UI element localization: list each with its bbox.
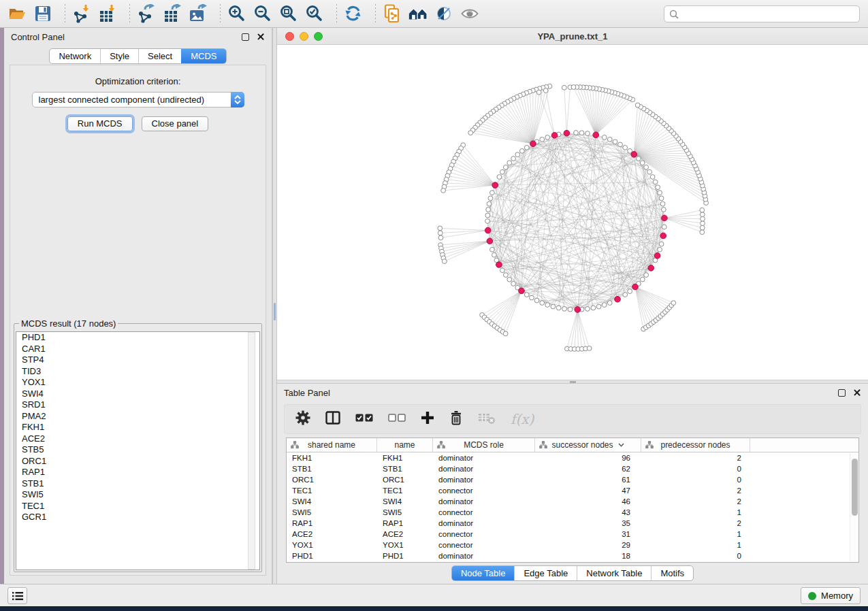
network-node[interactable]	[659, 242, 664, 246]
network-node[interactable]	[656, 185, 660, 190]
network-node[interactable]	[661, 208, 666, 212]
table-row[interactable]: FKH1FKH1dominator962	[287, 452, 858, 463]
mcds-result-item[interactable]: CAR1	[16, 344, 259, 355]
network-node[interactable]	[487, 201, 492, 206]
mcds-result-item[interactable]: TID3	[16, 366, 259, 378]
mcds-result-item[interactable]: PHD1	[16, 332, 259, 344]
network-node[interactable]	[556, 306, 561, 310]
network-node[interactable]	[602, 135, 607, 139]
network-node[interactable]	[653, 180, 658, 184]
new-network-from-selection-button[interactable]	[382, 3, 402, 24]
network-node[interactable]	[543, 88, 548, 93]
mcds-result-item[interactable]: SWI4	[16, 389, 259, 400]
table-row[interactable]: RAP1RAP1dominator352	[287, 518, 858, 529]
mcds-result-item[interactable]: STB1	[16, 478, 259, 490]
network-node-mcds[interactable]	[492, 182, 498, 188]
import-network-button[interactable]	[71, 3, 92, 24]
network-node[interactable]	[536, 90, 541, 95]
export-table-button[interactable]	[162, 3, 182, 24]
zoom-selected-button[interactable]	[304, 3, 325, 24]
graphics-details-button[interactable]	[434, 3, 454, 24]
table-row[interactable]: ACE2ACE2connector311	[287, 529, 858, 540]
network-node[interactable]	[442, 259, 447, 264]
mcds-result-list[interactable]: PHD1CAR1STP4TID3YOX1SWI4SRD1PMA2FKH1ACE2…	[16, 331, 260, 570]
network-node-mcds[interactable]	[660, 233, 666, 239]
mcds-result-item[interactable]: STP4	[16, 354, 259, 366]
network-node[interactable]	[540, 137, 545, 142]
network-node-mcds[interactable]	[487, 238, 493, 244]
network-node[interactable]	[613, 139, 617, 144]
network-node[interactable]	[468, 131, 473, 135]
network-node[interactable]	[587, 346, 592, 351]
mcds-result-item[interactable]: ORC1	[16, 456, 259, 467]
mcds-result-item[interactable]: ACE2	[16, 433, 259, 445]
zoom-in-button[interactable]	[227, 3, 247, 24]
network-node[interactable]	[700, 225, 705, 230]
network-node-mcds[interactable]	[551, 133, 558, 139]
network-node[interactable]	[602, 303, 607, 308]
network-node[interactable]	[519, 148, 524, 153]
network-node-mcds[interactable]	[564, 130, 570, 136]
column-header-name[interactable]: name	[377, 438, 433, 452]
network-node[interactable]	[640, 161, 645, 165]
network-node-mcds[interactable]	[485, 227, 491, 233]
network-node[interactable]	[488, 196, 493, 201]
network-node-mcds[interactable]	[530, 141, 536, 147]
network-node[interactable]	[551, 304, 556, 309]
float-panel-icon[interactable]	[838, 389, 846, 397]
table-options-button[interactable]	[295, 410, 310, 428]
tab-network[interactable]: Network	[50, 49, 100, 63]
network-node[interactable]	[701, 216, 705, 221]
network-node-mcds[interactable]	[575, 307, 581, 313]
network-node-mcds[interactable]	[615, 296, 621, 302]
tab-edge-table[interactable]: Edge Table	[514, 566, 577, 580]
memory-button[interactable]: Memory	[801, 587, 861, 604]
optimization-criterion-select[interactable]: largest connected component (undirected)	[32, 92, 244, 108]
mcds-list-scrollbar[interactable]	[248, 332, 255, 569]
network-node[interactable]	[485, 213, 490, 218]
table-row[interactable]: TEC1TEC1connector472	[287, 485, 858, 496]
select-all-button[interactable]	[355, 413, 373, 425]
network-node[interactable]	[530, 295, 534, 300]
network-node-mcds[interactable]	[632, 284, 639, 290]
table-row[interactable]: ORC1ORC1dominator610	[287, 474, 858, 485]
mcds-result-item[interactable]: YOX1	[16, 377, 259, 389]
network-node[interactable]	[700, 212, 705, 217]
tab-node-table[interactable]: Node Table	[452, 566, 515, 580]
add-column-button[interactable]	[421, 411, 434, 427]
network-node[interactable]	[640, 277, 645, 282]
export-network-button[interactable]	[136, 3, 157, 24]
export-image-button[interactable]	[188, 3, 208, 24]
network-node[interactable]	[628, 289, 632, 294]
table-row[interactable]: SWI5SWI5connector431	[287, 507, 858, 518]
column-header-shared-name[interactable]: shared name	[287, 438, 377, 452]
column-header-mcds-role[interactable]: MCDS role	[433, 438, 535, 452]
mcds-result-item[interactable]: GCR1	[16, 512, 259, 523]
vertical-splitter[interactable]	[272, 28, 277, 584]
network-node[interactable]	[607, 137, 612, 142]
network-titlebar[interactable]: YPA_prune.txt_1	[277, 28, 868, 45]
network-node-mcds[interactable]	[654, 252, 660, 259]
network-node[interactable]	[534, 298, 539, 303]
network-node[interactable]	[503, 165, 508, 169]
mcds-result-item[interactable]: RAP1	[16, 467, 259, 478]
network-node[interactable]	[562, 306, 567, 311]
network-node[interactable]	[500, 268, 505, 273]
splitter-grip[interactable]	[570, 381, 576, 383]
table-row[interactable]: YOX1YOX1connector291	[287, 540, 858, 550]
network-node[interactable]	[671, 301, 676, 306]
network-node[interactable]	[489, 247, 494, 252]
float-panel-icon[interactable]	[242, 33, 249, 41]
network-node[interactable]	[438, 226, 443, 231]
mcds-result-item[interactable]: FKH1	[16, 422, 259, 433]
network-node[interactable]	[658, 247, 662, 252]
network-node[interactable]	[644, 273, 649, 278]
import-table-button[interactable]	[97, 3, 118, 24]
network-node[interactable]	[507, 277, 512, 282]
network-node[interactable]	[701, 221, 705, 226]
network-node[interactable]	[500, 169, 505, 174]
close-panel-button[interactable]: Close panel	[142, 116, 209, 131]
network-node[interactable]	[511, 156, 516, 161]
zoom-out-button[interactable]	[253, 3, 273, 24]
network-node[interactable]	[507, 161, 512, 165]
